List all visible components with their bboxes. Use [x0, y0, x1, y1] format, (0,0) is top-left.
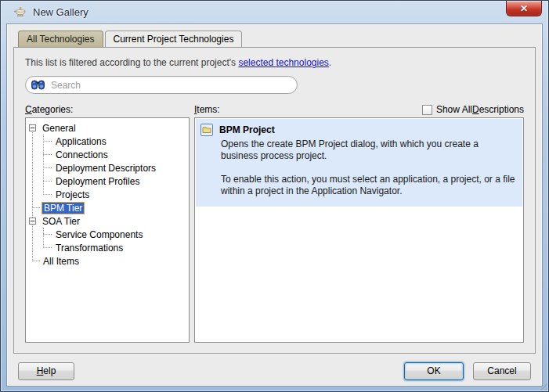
categories-panel: Categories: General	[25, 102, 190, 343]
checkbox-label-prefix: Show All	[436, 104, 472, 115]
help-label: elp	[43, 365, 56, 376]
tree-connector	[43, 234, 52, 235]
panels-row: Categories: General	[25, 102, 524, 343]
tree-connector	[32, 261, 40, 261]
list-item-bpm-project-selected[interactable]: BPM Project Opens the create BPM Project…	[196, 119, 522, 207]
tree-item-label: Applications	[54, 136, 108, 147]
tree-connector	[43, 194, 52, 195]
help-button[interactable]: Help	[18, 362, 74, 380]
tree-item-deployment-profiles[interactable]: Deployment Profiles	[26, 174, 189, 188]
ok-button[interactable]: OK	[404, 362, 464, 380]
tree-connector	[43, 141, 52, 142]
tree-item-deployment-descriptors[interactable]: Deployment Descriptors	[26, 161, 189, 174]
filter-note-suffix: .	[329, 57, 331, 68]
tree-item-projects[interactable]: Projects	[26, 188, 189, 201]
tree-item-connections[interactable]: Connections	[26, 148, 189, 161]
close-icon: ✕	[520, 3, 528, 14]
tree-connector	[43, 181, 52, 182]
categories-header: Categories:	[25, 102, 190, 117]
tab-current-project-technologies[interactable]: Current Project Technologies	[105, 31, 243, 47]
categories-label-mnemonic: C	[25, 104, 32, 115]
binoculars-search-icon	[31, 80, 45, 90]
collapse-minus-icon[interactable]	[29, 218, 36, 225]
items-panel: Items: Show All Descriptions	[194, 102, 524, 343]
tree-item-general[interactable]: General	[26, 121, 189, 135]
categories-tree: General Applications Connections	[26, 118, 189, 268]
checkbox-label-rest: escriptions	[479, 104, 524, 115]
tree-item-label: Transformations	[54, 243, 125, 254]
tree-item-label: BPM Tier	[42, 202, 85, 214]
tree-connector	[43, 154, 52, 155]
tree-item-label: Service Components	[54, 229, 144, 240]
window-title: New Gallery	[33, 6, 88, 18]
tab-label: Current Project Technologies	[114, 34, 234, 45]
items-list-box[interactable]: BPM Project Opens the create BPM Project…	[194, 117, 524, 343]
item-description-paragraph: To enable this action, you must select a…	[221, 174, 516, 198]
tree-item-label: Projects	[54, 189, 91, 200]
dialog-button-bar: Help OK Cancel	[13, 354, 536, 388]
selected-technologies-link[interactable]: selected technologies	[238, 57, 328, 68]
cancel-button[interactable]: Cancel	[473, 362, 531, 380]
tab-label: All Technologies	[27, 34, 95, 45]
tree-item-transformations[interactable]: Transformations	[26, 241, 189, 254]
item-description-paragraph: Opens the create BPM Project dialog, wit…	[221, 138, 516, 163]
tree-connector	[32, 207, 40, 208]
tree-item-soa-tier[interactable]: SOA Tier	[26, 214, 189, 228]
items-label: tems:	[197, 104, 219, 115]
show-all-descriptions-checkbox[interactable]	[422, 105, 432, 115]
search-input[interactable]	[51, 80, 291, 91]
collapse-minus-icon[interactable]	[29, 124, 36, 131]
tree-item-service-components[interactable]: Service Components	[26, 228, 189, 241]
tree-item-applications[interactable]: Applications	[26, 135, 189, 148]
tree-item-bpm-tier-selected[interactable]: BPM Tier	[26, 201, 189, 214]
tree-item-label: Deployment Descriptors	[54, 163, 157, 174]
item-title: BPM Project	[219, 124, 275, 135]
cancel-label: Cancel	[487, 365, 516, 376]
tab-page: This list is filtered according to the c…	[13, 47, 536, 354]
checkbox-label-mnemonic: D	[472, 104, 479, 115]
dialog-client-area: All Technologies Current Project Technol…	[6, 23, 543, 387]
item-description: Opens the create BPM Project dialog, wit…	[221, 138, 516, 197]
gallery-lamp-icon	[13, 6, 27, 19]
item-header: BPM Project	[200, 124, 516, 136]
close-button[interactable]: ✕	[506, 1, 542, 16]
tab-bar: All Technologies Current Project Technol…	[18, 31, 536, 47]
tree-item-label: All Items	[42, 256, 81, 267]
filter-note-text: This list is filtered according to the c…	[25, 57, 238, 68]
filter-note: This list is filtered according to the c…	[25, 57, 524, 68]
items-header: Items: Show All Descriptions	[194, 102, 524, 117]
bpm-project-icon	[200, 124, 213, 136]
search-box[interactable]	[25, 76, 298, 94]
tree-item-label: General	[41, 123, 78, 134]
new-gallery-dialog: New Gallery ✕ All Technologies Current P…	[0, 0, 549, 392]
show-all-descriptions-control[interactable]: Show All Descriptions	[422, 104, 524, 115]
tree-connector	[43, 167, 52, 168]
tab-all-technologies[interactable]: All Technologies	[18, 31, 103, 47]
categories-tree-box[interactable]: General Applications Connections	[25, 117, 190, 343]
tree-connector	[43, 247, 52, 248]
tree-item-all-items[interactable]: All Items	[26, 254, 189, 268]
titlebar[interactable]: New Gallery	[6, 1, 543, 23]
tree-item-label: SOA Tier	[41, 216, 81, 227]
categories-label: ategories:	[32, 104, 74, 115]
ok-label: OK	[427, 365, 440, 376]
tree-item-label: Connections	[54, 149, 110, 160]
tree-item-label: Deployment Profiles	[54, 176, 141, 187]
